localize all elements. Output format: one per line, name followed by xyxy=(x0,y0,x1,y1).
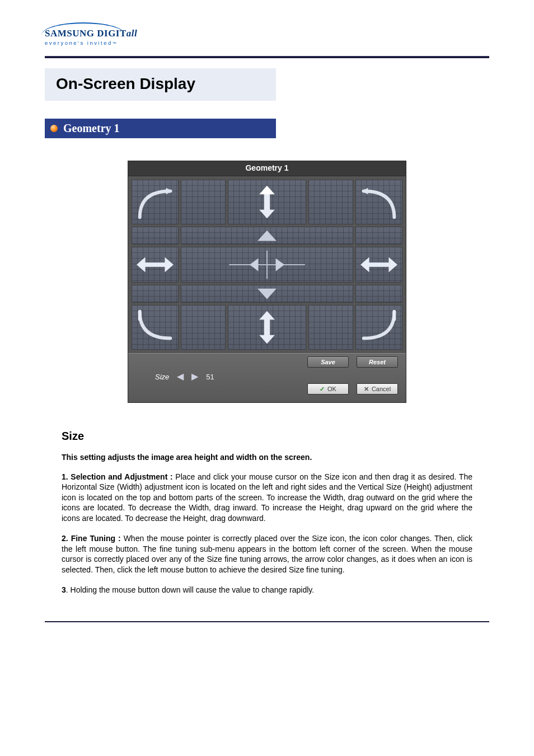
center-down-tile[interactable] xyxy=(181,285,353,303)
decrease-arrow-icon[interactable]: ◀ xyxy=(177,372,184,381)
paragraph-3: 3. Holding the mouse button down will ca… xyxy=(62,585,472,595)
osd-panel: Geometry 1 xyxy=(128,161,406,403)
pincushion-tl-tile[interactable] xyxy=(132,180,179,224)
svg-rect-4 xyxy=(367,262,391,267)
ok-button[interactable]: ✓OK xyxy=(307,383,349,395)
vsize-arrow-down-icon xyxy=(228,306,306,349)
cancel-button[interactable]: ✕Cancel xyxy=(357,383,398,395)
page-title: On-Screen Display xyxy=(56,75,265,93)
blank-tile xyxy=(132,227,179,245)
page-title-band: On-Screen Display xyxy=(45,68,276,101)
pincushion-tr-icon xyxy=(356,180,402,224)
pincushion-tl-icon xyxy=(132,180,178,224)
increase-arrow-icon[interactable]: ▶ xyxy=(191,372,198,381)
reset-button[interactable]: Reset xyxy=(357,356,398,368)
section-title: Geometry 1 xyxy=(63,122,120,135)
paragraph-1: 1. Selection and Adjustment : Place and … xyxy=(62,472,472,523)
vsize-up-tile[interactable] xyxy=(228,180,306,224)
triangle-down-icon xyxy=(181,285,353,302)
check-icon: ✓ xyxy=(320,386,325,393)
osd-screenshot: Geometry 1 xyxy=(45,161,489,403)
header-divider xyxy=(45,56,489,58)
save-button[interactable]: Save xyxy=(307,356,349,368)
bullet-icon xyxy=(50,125,58,132)
section-header: Geometry 1 xyxy=(45,119,276,138)
triangle-up-icon xyxy=(181,227,353,244)
pincushion-bl-icon xyxy=(132,306,178,349)
lead-text: This setting adjusts the image area heig… xyxy=(62,453,472,462)
p2-label: 2. Fine Tuning : xyxy=(62,534,121,543)
vsize-down-tile[interactable] xyxy=(228,305,306,350)
blank-tile xyxy=(308,180,353,224)
svg-rect-6 xyxy=(264,317,270,338)
vsize-arrow-icon xyxy=(228,180,306,224)
blank-tile xyxy=(355,285,402,303)
osd-title: Geometry 1 xyxy=(128,161,406,176)
param-label: Size xyxy=(155,373,169,381)
center-cross-icon xyxy=(181,247,353,282)
center-cross-tile[interactable] xyxy=(181,247,353,283)
pincushion-tr-tile[interactable] xyxy=(355,180,402,224)
paragraph-2: 2. Fine Tuning : When the mouse pointer … xyxy=(62,533,472,575)
blank-tile xyxy=(132,285,179,303)
close-icon: ✕ xyxy=(364,386,369,393)
hsize-right-arrow-icon xyxy=(356,247,402,282)
subsection-heading: Size xyxy=(62,430,472,443)
svg-rect-0 xyxy=(264,191,270,213)
pincushion-bl-tile[interactable] xyxy=(132,305,179,350)
blank-tile xyxy=(181,180,226,224)
blank-tile xyxy=(355,227,402,245)
pincushion-br-tile[interactable] xyxy=(355,305,402,350)
osd-geometry-grid xyxy=(128,176,406,353)
hsize-left-arrow-icon xyxy=(132,247,178,282)
blank-tile xyxy=(181,305,226,350)
pincushion-br-icon xyxy=(356,306,402,349)
brand-logo: SAMSUNG DIGITall everyone's invited™ xyxy=(45,28,489,46)
p1-label: 1. Selection and Adjustment : xyxy=(62,472,173,481)
content-body: Size This setting adjusts the image area… xyxy=(45,430,489,595)
param-value: 51 xyxy=(206,373,214,381)
svg-rect-1 xyxy=(143,262,167,267)
brand-tagline: everyone's invited™ xyxy=(45,40,489,46)
brand-name: SAMSUNG DIGITall xyxy=(45,28,489,39)
trademark-symbol: ™ xyxy=(113,41,118,45)
fine-tuning-bar: Size ◀ ▶ 51 xyxy=(133,372,401,381)
osd-control-bar: Save Reset Size ◀ ▶ 51 ✓OK ✕Cancel xyxy=(128,353,406,402)
p2-body: When the mouse pointer is correctly plac… xyxy=(62,534,472,574)
blank-tile xyxy=(308,305,353,350)
brand-name-prefix: SAMSUNG DIGIT xyxy=(45,28,127,39)
hsize-left-tile[interactable] xyxy=(132,247,179,283)
svg-rect-5 xyxy=(138,310,142,321)
brand-name-suffix: all xyxy=(127,28,137,39)
hsize-right-tile[interactable] xyxy=(355,247,402,283)
svg-rect-7 xyxy=(392,310,396,321)
center-up-tile[interactable] xyxy=(181,227,353,245)
p3-body: . Holding the mouse button down will cau… xyxy=(66,585,314,594)
footer-divider xyxy=(45,621,489,622)
p3-label: 3 xyxy=(62,585,66,594)
